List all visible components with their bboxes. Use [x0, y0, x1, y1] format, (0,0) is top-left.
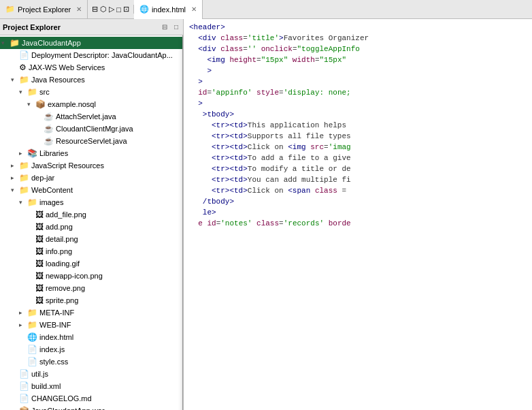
image-icon: 🖼	[35, 222, 44, 232]
menu-separator-6	[183, 279, 184, 280]
code-line-5: >	[189, 65, 527, 76]
folder-icon: 📁	[27, 308, 37, 317]
menu-item-export[interactable]: Export ▶	[183, 215, 184, 230]
menu-item-import[interactable]: Import ▶	[183, 200, 184, 215]
tree-item-jaxws[interactable]: ⚙ JAX-WS Web Services	[0, 61, 183, 74]
tree-item-util-js[interactable]: 📄 util.js	[0, 368, 183, 380]
toolbar-minimize-icon[interactable]: ⊟	[92, 5, 98, 14]
tree-item-dep-jar[interactable]: 📁 dep-jar	[0, 172, 183, 184]
tree-item-webcontent[interactable]: 📁 WebContent	[0, 184, 183, 196]
tree-item-label: style.css	[39, 358, 68, 366]
main-area: Project Explorer ⊟ □ 📁 JavaCloudantApp 📄…	[0, 19, 532, 410]
toolbar-play-icon[interactable]: ▷	[109, 5, 114, 14]
tree-item-js-resources[interactable]: 📁 JavaScript Resources	[0, 159, 183, 172]
tree-item-add-file[interactable]: 🖼 add_file.png	[0, 208, 183, 221]
menu-item-close-project[interactable]: Close Project	[183, 248, 184, 263]
menu-item-debug-as[interactable]: Debug As ▶	[183, 341, 184, 356]
tree-item-attach-servlet[interactable]: ☕ AttachServlet.java	[0, 110, 183, 123]
tree-item-index-html[interactable]: 🌐 index.html	[0, 331, 183, 343]
menu-item-refresh[interactable]: ↻ Refresh F5	[183, 233, 184, 248]
menu-item-show-remote[interactable]: Show in Remote Systems view	[183, 296, 184, 311]
tree-item-label: Java Resources	[31, 76, 85, 84]
tree-item-remove[interactable]: 🖼 remove.png	[0, 282, 183, 294]
tree-item-label: META-INF	[39, 309, 74, 317]
menu-item-copy[interactable]: 📋 Copy ⌘C	[183, 88, 184, 103]
tree-item-changelog[interactable]: 📄 CHANGELOG.md	[0, 392, 183, 405]
toolbar-hexgrid-icon[interactable]: ⬡	[100, 5, 107, 14]
java-icon: ☕	[44, 136, 54, 146]
menu-item-compare-with[interactable]: Compare With ▶	[183, 386, 184, 401]
tree-item-label: add.png	[46, 223, 73, 231]
menu-item-profile-as[interactable]: Profile As ▶	[183, 326, 184, 341]
menu-separator-2	[183, 86, 184, 86]
java-icon: ☕	[44, 124, 54, 133]
tree-item-root[interactable]: 📁 JavaCloudantApp	[0, 37, 183, 49]
tree-item-java-resources[interactable]: 📁 Java Resources	[0, 74, 183, 86]
tree-item-label: build.xml	[31, 382, 61, 390]
menu-item-team[interactable]: Team ▶	[183, 371, 184, 386]
code-line-16: <tr><td>Click on <img src='imag	[189, 142, 527, 153]
js-icon: 📄	[27, 345, 37, 354]
tree-item-label: WebContent	[31, 186, 73, 194]
tree-item-label: newapp-icon.png	[46, 272, 103, 280]
image-icon: 🖼	[35, 247, 44, 256]
arrow-icon	[19, 309, 27, 316]
menu-item-copy-qualified[interactable]: Copy Qualified Name	[183, 103, 184, 118]
menu-item-run-as[interactable]: Run As ▶	[183, 356, 184, 371]
menu-item-paste[interactable]: 📋 Paste ⌘V	[183, 118, 184, 133]
tree-item-src[interactable]: 📁 src	[0, 86, 183, 98]
tab-explorer-close[interactable]: ✕	[76, 5, 82, 13]
menu-item-close-unrelated[interactable]: Close Unrelated Projects	[183, 263, 184, 278]
menu-item-delete[interactable]: ✕ Delete ⌫	[183, 133, 184, 148]
arrow-icon	[19, 321, 27, 328]
menu-item-show-in[interactable]: Show In ⌥⌘W ▶	[183, 69, 184, 84]
tree-item-newapp-icon[interactable]: 🖼 newapp-icon.png	[0, 270, 183, 282]
menu-item-go-into[interactable]: Go Into	[183, 51, 184, 66]
tree-item-info[interactable]: 🖼 info.png	[0, 245, 183, 257]
tab-index-close[interactable]: ✕	[191, 5, 197, 13]
tree-item-cloudant-client[interactable]: ☕ CloudantClientMgr.java	[0, 123, 183, 135]
toolbar-maximize-icon[interactable]: □	[116, 5, 121, 14]
tree-item-detail[interactable]: 🖼 detail.png	[0, 233, 183, 245]
code-line-6: >	[189, 76, 527, 87]
menu-item-restore-history[interactable]: Restore from Local History...	[183, 401, 184, 410]
tree-item-loading[interactable]: 🖼 loading.gif	[0, 257, 183, 270]
tree-item-meta-inf[interactable]: 📁 META-INF	[0, 306, 183, 319]
tree-item-label: JavaScript Resources	[31, 161, 104, 170]
tree-item-label: index.html	[39, 333, 73, 341]
folder-icon: 📁	[27, 87, 37, 97]
menu-item-software-analyzer[interactable]: Software Analyzer ▶	[183, 311, 184, 326]
folder-icon: 📁	[27, 198, 37, 207]
tab-project-explorer[interactable]: 📁 Project Explorer ✕	[0, 0, 88, 19]
menu-item-validate[interactable]: Validate	[183, 281, 184, 296]
toolbar-restore-icon[interactable]: ⊡	[123, 5, 129, 14]
tree-item-sprite[interactable]: 🖼 sprite.png	[0, 294, 183, 306]
tree-item-style-css[interactable]: 📄 style.css	[0, 356, 183, 368]
tree-item-images[interactable]: 📁 images	[0, 196, 183, 208]
tree-item-label: src	[39, 88, 50, 96]
tab-index-html[interactable]: 🌐 index.html ✕	[134, 0, 203, 19]
tree-item-example-nosql[interactable]: 📦 example.nosql	[0, 98, 183, 110]
menu-item-new[interactable]: New ▶	[183, 36, 184, 51]
tree-item-index-js[interactable]: 📄 index.js	[0, 343, 183, 356]
menu-item-refactor[interactable]: Refactor ⌥⌘T ▶	[183, 181, 184, 196]
arrow-icon	[11, 162, 19, 169]
code-editor[interactable]: <header> <div class='title'>Favorites Or…	[184, 19, 532, 410]
panel-maxrestore-btn[interactable]: □	[172, 22, 180, 31]
panel-minimize-btn[interactable]: ⊟	[160, 22, 169, 31]
tree-item-war[interactable]: 📦 JavaCloudantApp.war	[0, 405, 183, 410]
tree-item-deployment[interactable]: 📄 Deployment Descriptor: JavaCloudantAp.…	[0, 49, 183, 61]
tree-item-resource-servlet[interactable]: ☕ ResourceServlet.java	[0, 135, 183, 147]
tree-item-add[interactable]: 🖼 add.png	[0, 221, 183, 233]
project-explorer-panel: Project Explorer ⊟ □ 📁 JavaCloudantApp 📄…	[0, 19, 184, 410]
top-bar: 📁 Project Explorer ✕ ⊟ ⬡ ▷ □ ⊡ 🌐 index.h…	[0, 0, 532, 19]
library-icon: 📚	[27, 148, 37, 158]
tree-item-libraries[interactable]: 📚 Libraries	[0, 147, 183, 159]
code-line-4: <img height="15px" width="15px"	[189, 54, 527, 65]
menu-item-build-path[interactable]: Build Path ▶	[183, 166, 184, 181]
tree-item-label: JAX-WS Web Services	[29, 63, 105, 72]
tree-item-web-inf[interactable]: 📁 WEB-INF	[0, 319, 183, 331]
tab-index-icon: 🌐	[139, 5, 149, 14]
tab-index-label: index.html	[152, 5, 186, 14]
tree-item-build-xml[interactable]: 📄 build.xml	[0, 380, 183, 392]
